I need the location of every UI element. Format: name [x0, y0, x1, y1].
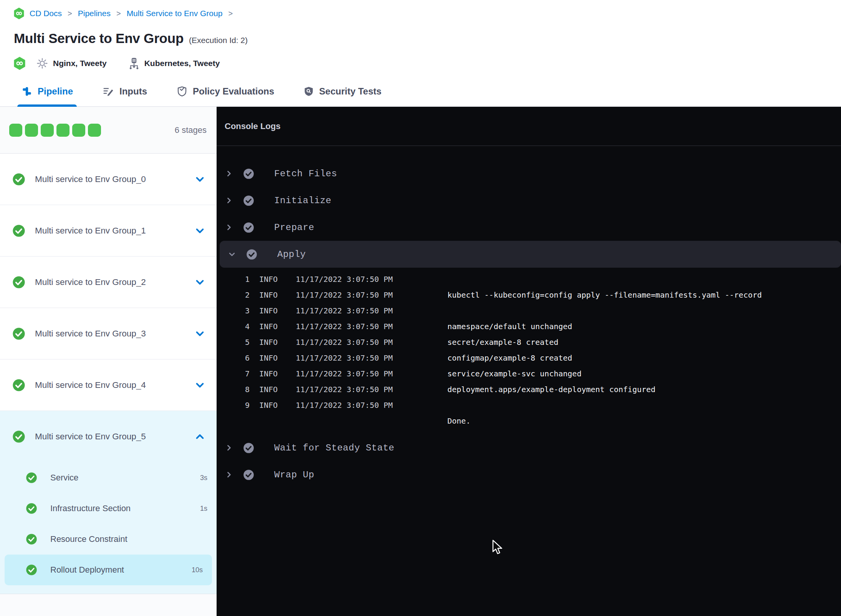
console-step-row[interactable]: Prepare — [217, 214, 841, 241]
stage-row[interactable]: Multi service to Env Group_3 — [0, 308, 217, 359]
gear-icon — [36, 57, 48, 70]
stage-step-row[interactable]: Rollout Deployment10s — [5, 555, 212, 585]
stage-step-row[interactable]: Service3s — [0, 462, 217, 493]
stages-sidebar: 6 stages Multi service to Env Group_0 Mu… — [0, 107, 217, 616]
log-level: INFO — [259, 303, 296, 319]
stage-step-row[interactable]: Infrastructure Section1s — [0, 493, 217, 524]
breadcrumb-separator: > — [228, 9, 233, 18]
log-line: 9INFO11/17/2022 3:07:50 PM — [217, 397, 841, 413]
step-label: Rollout Deployment — [50, 565, 192, 575]
step-chevron-icon[interactable] — [228, 250, 236, 258]
security-tests-icon — [303, 86, 314, 97]
step-duration: 1s — [200, 505, 207, 513]
tab-label: Policy Evaluations — [193, 86, 274, 97]
log-time: 11/17/2022 3:07:50 PM — [296, 382, 447, 397]
tab-pipeline[interactable]: Pipeline — [17, 86, 77, 106]
step-chevron-icon[interactable] — [225, 197, 233, 204]
step-success-check-icon — [243, 442, 254, 454]
step-success-check-icon — [246, 249, 257, 260]
policy-evaluations-icon — [176, 86, 188, 97]
console-step-label: Fetch Files — [274, 169, 337, 179]
chevron-icon[interactable] — [195, 328, 205, 339]
sidebar-tail — [0, 594, 217, 616]
title-row: Multi Service to Env Group (Execution Id… — [14, 31, 841, 46]
execution-meta-row: Nginx, Tweety Kubernetes, Tweety — [14, 56, 841, 71]
stage-label: Multi service to Env Group_3 — [35, 329, 195, 339]
log-num: 5 — [217, 334, 250, 350]
console-step-row[interactable]: Initialize — [217, 187, 841, 214]
success-check-icon — [12, 224, 25, 237]
log-line: Done. — [217, 413, 841, 429]
log-time — [296, 413, 447, 429]
breadcrumb-link[interactable]: Multi Service to Env Group — [127, 9, 223, 18]
step-chevron-icon[interactable] — [225, 471, 233, 479]
chevron-icon[interactable] — [195, 380, 205, 390]
success-check-icon — [12, 327, 25, 340]
tab-security-tests[interactable]: Security Tests — [300, 86, 385, 106]
page-header: CD Docs>Pipelines>Multi Service to Env G… — [0, 0, 841, 71]
tab-bar: PipelineInputsPolicy EvaluationsSecurity… — [0, 81, 841, 107]
success-check-icon — [12, 276, 25, 289]
tab-label: Security Tests — [319, 86, 381, 97]
breadcrumb: CD Docs>Pipelines>Multi Service to Env G… — [14, 8, 841, 19]
step-chevron-icon[interactable] — [225, 170, 233, 177]
breadcrumb-separator: > — [116, 9, 121, 18]
log-time: 11/17/2022 3:07:50 PM — [296, 287, 447, 303]
harness-logo-icon — [14, 8, 24, 19]
log-line: 8INFO11/17/2022 3:07:50 PMdeployment.app… — [217, 382, 841, 397]
step-chevron-icon[interactable] — [225, 224, 233, 231]
log-level: INFO — [259, 334, 296, 350]
harness-logo-icon — [14, 8, 24, 19]
stages-summary: 6 stages — [0, 107, 217, 154]
stage-row[interactable]: Multi service to Env Group_1 — [0, 205, 217, 257]
log-num: 1 — [217, 272, 250, 287]
console-title: Console Logs — [225, 121, 280, 131]
log-level: INFO — [259, 287, 296, 303]
stage-row[interactable]: Multi service to Env Group_2 — [0, 257, 217, 308]
breadcrumb-link[interactable]: Pipelines — [78, 9, 111, 18]
stage-success-square — [9, 124, 22, 137]
step-label: Resource Constraint — [50, 534, 207, 544]
log-num: 4 — [217, 319, 250, 334]
stage-row[interactable]: Multi service to Env Group_4 — [0, 359, 217, 411]
stage-step-row[interactable]: Resource Constraint — [0, 524, 217, 555]
expanded-stage-group: Multi service to Env Group_5 Service3s I… — [0, 411, 217, 594]
log-block: 1INFO11/17/2022 3:07:50 PM2INFO11/17/202… — [217, 268, 841, 434]
chevron-icon[interactable] — [195, 225, 205, 236]
stage-row[interactable]: Multi service to Env Group_5 — [0, 411, 217, 462]
log-line: 7INFO11/17/2022 3:07:50 PMservice/exampl… — [217, 366, 841, 382]
console-step-row[interactable]: Wait for Steady State — [217, 434, 841, 461]
console-step-row[interactable]: Fetch Files — [217, 160, 841, 187]
infrastructure-label[interactable]: Kubernetes, Tweety — [144, 59, 220, 68]
log-line: 5INFO11/17/2022 3:07:50 PMsecret/example… — [217, 334, 841, 350]
stage-success-square — [56, 124, 70, 137]
breadcrumb-link[interactable]: CD Docs — [30, 9, 62, 18]
chevron-icon[interactable] — [195, 174, 205, 184]
success-check-icon — [26, 564, 37, 576]
page-title: Multi Service to Env Group — [14, 31, 184, 46]
console-step-row[interactable]: Apply — [220, 241, 841, 268]
success-check-icon — [12, 173, 25, 186]
log-line: 2INFO11/17/2022 3:07:50 PMkubectl --kube… — [217, 287, 841, 303]
log-time: 11/17/2022 3:07:50 PM — [296, 303, 447, 319]
log-msg: configmap/example-8 created — [447, 350, 572, 366]
chevron-icon[interactable] — [195, 277, 205, 287]
services-label[interactable]: Nginx, Tweety — [53, 59, 107, 68]
tab-policy-evaluations[interactable]: Policy Evaluations — [172, 86, 278, 106]
step-chevron-icon[interactable] — [225, 444, 233, 452]
log-num — [217, 413, 250, 429]
log-level: INFO — [259, 366, 296, 382]
console-step-label: Prepare — [274, 222, 314, 233]
console-step-row[interactable]: Wrap Up — [217, 461, 841, 488]
console-step-label: Wrap Up — [274, 470, 314, 480]
log-time: 11/17/2022 3:07:50 PM — [296, 397, 447, 413]
breadcrumb-separator: > — [67, 9, 73, 18]
chevron-icon[interactable] — [195, 432, 205, 442]
stage-label: Multi service to Env Group_1 — [35, 226, 195, 236]
pipeline-execution-page: CD Docs>Pipelines>Multi Service to Env G… — [0, 0, 841, 616]
tab-inputs[interactable]: Inputs — [98, 86, 151, 106]
content-split: 6 stages Multi service to Env Group_0 Mu… — [0, 107, 841, 616]
log-level: INFO — [259, 382, 296, 397]
stage-row[interactable]: Multi service to Env Group_0 — [0, 154, 217, 205]
log-level: INFO — [259, 272, 296, 287]
